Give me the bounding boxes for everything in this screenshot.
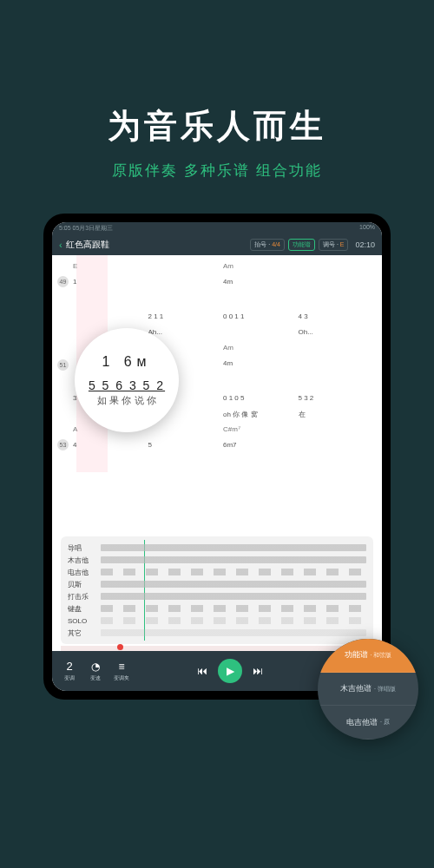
track-label[interactable]: 键盘 [68,604,101,614]
track-wave [101,569,366,575]
track-label[interactable]: 电吉他 [68,568,101,577]
magnifier-top: 1 6м [102,354,151,370]
hero-title: 为音乐人而生 [0,104,434,148]
track-label[interactable]: 木吉他 [68,556,101,565]
play-button[interactable]: ▶ [218,659,242,683]
capo-control[interactable]: ≡ 变调夹 [111,661,132,682]
score-type-popup: 功能谱· 和弦版 木吉他谱· 弹唱版 电吉他谱· 原 [318,639,418,740]
track-wave [101,593,366,600]
notation: 5 [148,441,224,455]
popup-item-electric[interactable]: 电吉他谱· 原 [318,706,418,740]
tablet-frame: 5:05 05月3日星期三 100% ‹ 红色高跟鞋 拍号 · 4/4 功能谱 … [43,214,391,700]
status-bar: 5:05 05月3日星期三 100% [52,222,382,234]
track-wave [101,556,366,563]
status-battery: 100% [359,224,375,233]
track-label[interactable]: 导唱 [68,543,101,553]
score-area[interactable]: 49 51 53 EAm 14m 2 1 10 0 1 14 3 Ah...Oh… [52,255,382,533]
tablet-screen: 5:05 05月3日星期三 100% ‹ 红色高跟鞋 拍号 · 4/4 功能谱 … [52,222,382,691]
lyric: 在 [299,410,374,424]
capo-label: 变调夹 [114,674,129,682]
lyric: Oh... [299,328,374,342]
skip-forward-icon: ⏭ [253,665,263,677]
chord: C#m⁷ [223,425,299,439]
chord: Am [223,262,299,276]
notation: 4 3 [299,312,374,326]
track-label[interactable]: 其它 [68,628,101,638]
tracks-panel[interactable]: 导唱 木吉他 电吉他 贝斯 打击乐 键盘 SOLO 其它 [61,536,373,644]
header-bar: ‹ 红色高跟鞋 拍号 · 4/4 功能谱 调号 · E 02:10 [52,234,382,255]
notation: 0 1 0 5 [223,394,299,408]
track-label[interactable]: 贝斯 [68,580,101,589]
playhead[interactable] [144,540,145,641]
tempo-control[interactable]: ◔ 变速 [85,661,106,682]
hero-subtitle: 原版伴奏 多种乐谱 组合功能 [0,161,434,181]
notation: 6m7 [223,441,299,455]
speedometer-icon: ◔ [91,661,100,673]
bar-number: 49 [57,276,69,287]
status-time: 5:05 05月3日星期三 [59,224,113,233]
transpose-control[interactable]: 2 变调 [59,660,80,682]
tempo-label: 变速 [90,674,101,682]
badge-key[interactable]: 调号 · E [319,239,349,251]
notation: 0 0 1 1 [223,312,299,326]
transpose-value: 2 [66,660,72,673]
magnifier-nums: 5 5 6 3 5 2 [89,378,165,392]
time-display: 02:10 [355,240,375,249]
magnifier-text: 如 果 你 说 你 [97,394,155,407]
notation: 4m [223,359,299,373]
notation: 5 3 2 [299,394,374,408]
next-button[interactable]: ⏭ [247,665,268,677]
prev-button[interactable]: ⏮ [192,665,213,677]
magnifier-lens: 1 6м 5 5 6 3 5 2 如 果 你 说 你 [75,328,179,432]
track-label[interactable]: SOLO [68,617,101,625]
track-wave [101,544,366,551]
timeline[interactable] [61,646,373,651]
back-button[interactable]: ‹ [59,240,62,250]
notation: 2 1 1 [148,312,224,326]
badge-mode[interactable]: 功能谱 [288,239,315,251]
popup-item-acoustic[interactable]: 木吉他谱· 弹唱版 [318,673,418,707]
track-wave [101,617,366,624]
transpose-label: 变调 [64,674,75,682]
track-label[interactable]: 打击乐 [68,592,101,602]
track-wave [101,629,366,636]
chord: Am [223,344,299,358]
badge-timesig[interactable]: 拍号 · 4/4 [250,239,285,251]
notation: 4m [223,278,299,292]
bar-number: 51 [57,359,69,371]
track-wave [101,581,366,588]
song-title: 红色高跟鞋 [66,239,247,251]
play-icon: ▶ [227,665,234,677]
lyric: oh 你 像 窝 [223,410,299,424]
skip-back-icon: ⏮ [197,665,207,677]
track-wave [101,605,366,612]
bar-number: 53 [57,439,69,450]
capo-icon: ≡ [118,661,124,673]
